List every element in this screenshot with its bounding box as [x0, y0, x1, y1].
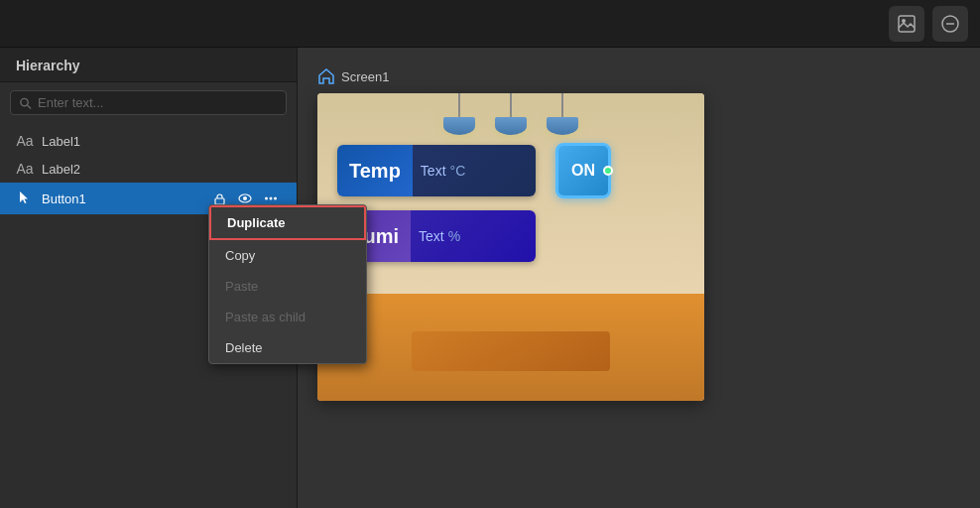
temp-unit: °C [450, 163, 466, 179]
on-button-text: ON [571, 162, 595, 180]
hierarchy-title: Hierarchy [0, 48, 297, 82]
room-background: Temp Text °C ON [317, 93, 704, 401]
text-icon: Aa [16, 133, 34, 149]
context-menu-paste-as-child[interactable]: Paste as child [209, 302, 366, 332]
svg-point-10 [270, 197, 273, 200]
widget-row-2: Humi Text % [337, 210, 611, 262]
temp-label: Temp [337, 145, 413, 196]
humi-value-text: Text [419, 228, 444, 244]
screen-name: Screen1 [341, 69, 389, 84]
screen-preview: Temp Text °C ON [317, 93, 704, 401]
svg-rect-0 [899, 16, 915, 32]
humi-unit: % [448, 228, 460, 244]
temp-value-text: Text [421, 163, 446, 179]
lamp-3 [547, 93, 578, 135]
image-icon-button[interactable] [889, 6, 924, 42]
lamp-cord-3 [561, 93, 563, 117]
humi-widget[interactable]: Humi Text % [337, 210, 536, 262]
hierarchy-item-label2[interactable]: Aa Label2 [0, 155, 297, 183]
lamp-cord-2 [510, 93, 512, 117]
on-indicator-dot [603, 166, 613, 176]
floor-rug [412, 331, 610, 371]
svg-point-11 [274, 197, 277, 200]
context-menu-delete[interactable]: Delete [209, 332, 366, 363]
screen-widgets: Temp Text °C ON [337, 143, 611, 262]
search-icon [19, 96, 32, 110]
canvas-area: Screen1 [298, 48, 980, 508]
cursor-icon [16, 190, 34, 208]
lamp-cord-1 [458, 93, 460, 117]
svg-point-8 [243, 196, 247, 200]
widget-row-1: Temp Text °C ON [337, 143, 611, 198]
search-bar[interactable] [10, 90, 287, 115]
lamp-2 [495, 93, 527, 135]
svg-rect-6 [215, 198, 224, 204]
label2-text: Label2 [42, 162, 80, 177]
context-menu-paste[interactable]: Paste [209, 271, 366, 302]
lamp-1 [443, 93, 475, 135]
context-menu: Duplicate Copy Paste Paste as child Dele… [208, 204, 367, 364]
lamp-shade-3 [547, 117, 578, 135]
svg-point-4 [21, 98, 28, 105]
hierarchy-item-label1[interactable]: Aa Label1 [0, 127, 297, 155]
humi-value: Text % [411, 210, 536, 262]
top-bar [0, 0, 980, 48]
main-layout: Hierarchy Aa Label1 Aa Label2 [0, 48, 980, 508]
lamps [443, 93, 578, 135]
context-menu-duplicate[interactable]: Duplicate [209, 205, 366, 240]
hierarchy-panel: Hierarchy Aa Label1 Aa Label2 [0, 48, 298, 508]
text-icon-2: Aa [16, 161, 34, 177]
label1-text: Label1 [42, 134, 80, 149]
svg-point-9 [265, 197, 268, 200]
svg-line-5 [27, 104, 31, 108]
temp-value: Text °C [413, 145, 536, 196]
home-icon [317, 67, 335, 85]
button1-text: Button1 [42, 191, 86, 206]
screen-label: Screen1 [317, 67, 389, 85]
temp-widget[interactable]: Temp Text °C [337, 145, 536, 196]
search-input[interactable] [38, 95, 278, 110]
on-button[interactable]: ON [555, 143, 611, 198]
lamp-shade-2 [495, 117, 527, 135]
context-menu-copy[interactable]: Copy [209, 240, 366, 271]
lamp-shade-1 [443, 117, 475, 135]
minus-icon-button[interactable] [932, 6, 968, 42]
